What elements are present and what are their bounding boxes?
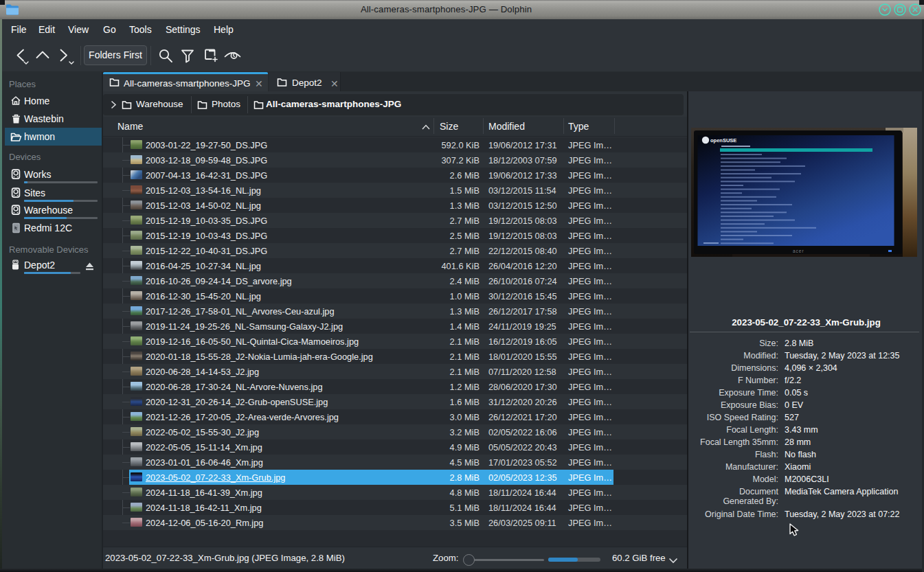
svg-text:acer: acer [793,249,804,253]
svg-text:openSUSE: openSUSE [710,137,736,144]
